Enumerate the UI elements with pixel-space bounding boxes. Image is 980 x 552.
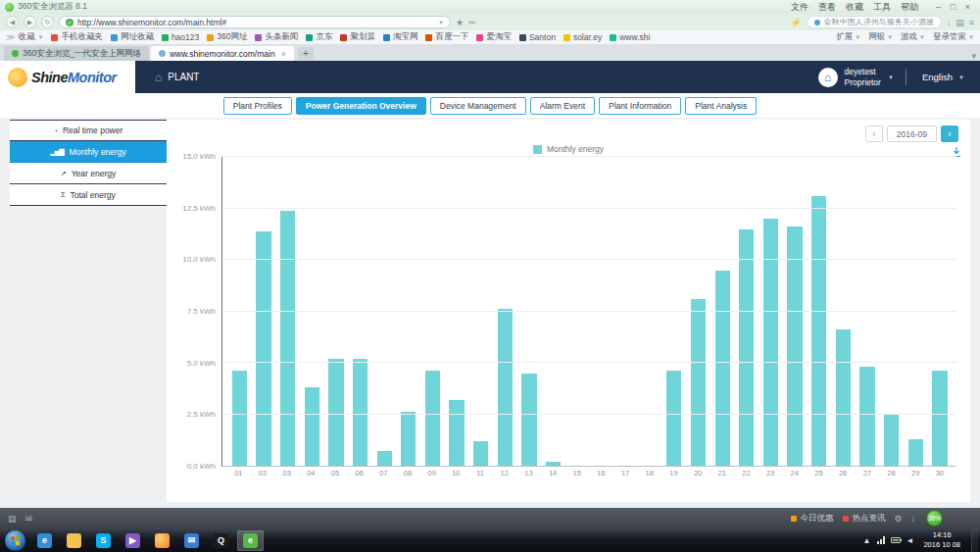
bar-day-12[interactable] xyxy=(498,309,513,466)
date-display[interactable]: 2016-09 xyxy=(887,125,937,142)
bar-day-07[interactable] xyxy=(377,451,392,466)
bar-day-01[interactable] xyxy=(232,371,247,466)
share-icon[interactable]: ✉ xyxy=(25,514,33,524)
bar-day-08[interactable] xyxy=(401,412,416,466)
back-button[interactable]: ◀ xyxy=(6,16,19,28)
tab-alarm-event[interactable]: Alarm Event xyxy=(530,97,595,115)
bookmarks-menu[interactable]: ≫ 收藏 ▼ xyxy=(6,31,43,43)
browser-menu-item-1[interactable]: 查看 xyxy=(818,1,836,14)
screenshot-icon[interactable]: ✂ xyxy=(468,18,476,27)
statusbar-item-0[interactable]: 今日优惠 xyxy=(791,513,833,525)
refresh-button[interactable]: ↻ xyxy=(41,16,54,28)
bar-day-20[interactable] xyxy=(691,299,706,466)
bar-day-11[interactable] xyxy=(473,441,488,466)
bar-day-29[interactable] xyxy=(908,439,923,466)
page-icon[interactable]: ▤ xyxy=(8,514,17,524)
tab-close-icon[interactable]: × xyxy=(281,49,286,59)
volume-icon[interactable]: ◄ xyxy=(906,536,914,545)
language-selector[interactable]: English ▼ xyxy=(906,61,980,93)
bookmark-item-5[interactable]: 京东 xyxy=(306,31,332,43)
firefox-icon[interactable] xyxy=(149,530,175,551)
skype-icon[interactable]: S xyxy=(90,530,117,551)
bookmark-item-3[interactable]: 360网址 xyxy=(207,31,247,43)
bookmark-item-0[interactable]: 手机收藏夹 xyxy=(51,31,103,43)
next-month-button[interactable]: › xyxy=(941,125,958,142)
tab-plant-analysis[interactable]: Plant Analysis xyxy=(685,97,757,115)
tab-device-management[interactable]: Device Management xyxy=(430,97,526,115)
bar-day-03[interactable] xyxy=(280,211,295,466)
bookmark-tool-0[interactable]: 扩展▼ xyxy=(836,31,860,43)
bar-day-23[interactable] xyxy=(763,219,778,466)
folder-icon[interactable] xyxy=(61,530,87,551)
bookmark-item-12[interactable]: www.shi xyxy=(610,32,650,42)
gear-icon[interactable]: ⚙ xyxy=(894,514,902,524)
browser-menu-item-0[interactable]: 文件 xyxy=(791,1,808,14)
clock[interactable]: 14:16 2016 10 08 xyxy=(919,530,964,550)
statusbar-item-1[interactable]: 热点资讯 xyxy=(843,513,885,525)
bar-day-14[interactable] xyxy=(546,462,561,466)
bookmark-tool-2[interactable]: 游戏▼ xyxy=(901,31,925,43)
tab-list-icon[interactable]: ▾ xyxy=(971,51,976,61)
bar-day-25[interactable] xyxy=(811,196,826,466)
bookmark-item-1[interactable]: 网址收藏 xyxy=(111,31,154,43)
minimize-button[interactable]: – xyxy=(931,1,946,13)
bookmark-tool-3[interactable]: 登录管家▼ xyxy=(933,31,974,43)
menu-icon[interactable]: ≡ xyxy=(969,18,974,27)
browser-menu-item-4[interactable]: 帮助 xyxy=(901,1,918,14)
bookmark-tool-1[interactable]: 网银▼ xyxy=(868,31,893,43)
bar-day-02[interactable] xyxy=(256,231,270,466)
tab-plant-profiles[interactable]: Plant Profiles xyxy=(223,97,292,115)
bar-day-09[interactable] xyxy=(425,371,440,466)
sidebar-item-total-energy[interactable]: ΣTotal energy xyxy=(10,184,167,206)
chart-legend[interactable]: Monthly energy xyxy=(167,120,970,154)
download-manager-icon[interactable]: ↓ xyxy=(947,18,952,27)
close-button[interactable]: × xyxy=(960,1,975,13)
bookmark-item-10[interactable]: Santon xyxy=(519,32,556,42)
mail-icon[interactable]: ✉ xyxy=(178,530,205,551)
address-bar[interactable]: ✓ http://www.shinemonitor.com/main.html#… xyxy=(59,16,451,28)
browser-tab-0[interactable]: 360安全浏览_一代安全上网网络 xyxy=(4,46,149,61)
bar-day-22[interactable] xyxy=(739,229,754,467)
bar-day-27[interactable] xyxy=(859,367,874,466)
qq-icon[interactable]: Q xyxy=(208,530,234,551)
prev-month-button[interactable]: ‹ xyxy=(865,125,883,142)
bar-day-13[interactable] xyxy=(521,374,536,467)
bookmark-item-9[interactable]: 爱淘宝 xyxy=(476,31,512,43)
bar-day-24[interactable] xyxy=(787,226,802,466)
bar-day-06[interactable] xyxy=(353,359,368,466)
maximize-button[interactable]: □ xyxy=(946,1,960,13)
url-dropdown-icon[interactable]: ▼ xyxy=(438,20,444,25)
show-desktop-button[interactable] xyxy=(971,528,978,552)
user-menu[interactable]: ⌂ deyetest Proprietor ▼ xyxy=(807,61,906,93)
new-tab-button[interactable]: + xyxy=(298,47,314,60)
bar-day-10[interactable] xyxy=(449,400,464,466)
bookmark-item-8[interactable]: 百度一下 xyxy=(425,31,468,43)
start-button[interactable] xyxy=(5,530,25,551)
bookmark-item-4[interactable]: 头条新闻 xyxy=(255,31,298,43)
favorite-star-icon[interactable]: ★ xyxy=(456,18,464,27)
tab-power-generation-overview[interactable]: Power Generation Overview xyxy=(296,97,426,115)
sidebar-item-monthly-energy[interactable]: ▂▅▇Monthly energy xyxy=(10,141,167,163)
battery-icon[interactable] xyxy=(891,537,901,543)
lightning-icon[interactable]: ⚡ xyxy=(790,18,801,27)
bar-day-30[interactable] xyxy=(932,371,947,466)
bookmark-item-6[interactable]: 聚划算 xyxy=(340,31,375,43)
bar-day-21[interactable] xyxy=(715,271,730,467)
sidebar-item-real-time-power[interactable]: ◔Real time power xyxy=(10,120,167,141)
bookmark-item-2[interactable]: hao123 xyxy=(162,32,199,42)
browser-menu-item-2[interactable]: 收藏 xyxy=(846,1,863,14)
bar-day-26[interactable] xyxy=(836,329,851,466)
speedup-ball[interactable]: 39% xyxy=(926,510,943,527)
ie-browser-icon[interactable]: e xyxy=(31,530,58,551)
bookmark-item-11[interactable]: solar.ey xyxy=(564,32,602,42)
forward-button[interactable]: ▶ xyxy=(24,16,36,28)
bar-day-05[interactable] xyxy=(328,359,343,466)
tab-plant-information[interactable]: Plant Information xyxy=(599,97,681,115)
browser-tab-1[interactable]: www.shinemonitor.com/main× xyxy=(151,46,294,61)
promo-banner[interactable]: 金秋中国人济州岛服务关小酒屋 xyxy=(807,16,942,28)
apps-icon[interactable]: ▤ xyxy=(956,18,964,27)
sidebar-item-year-energy[interactable]: ↗Year energy xyxy=(10,163,167,184)
360-browser-icon[interactable]: e xyxy=(237,530,264,551)
bar-day-04[interactable] xyxy=(305,387,319,466)
browser-menu-item-3[interactable]: 工具 xyxy=(873,1,891,14)
